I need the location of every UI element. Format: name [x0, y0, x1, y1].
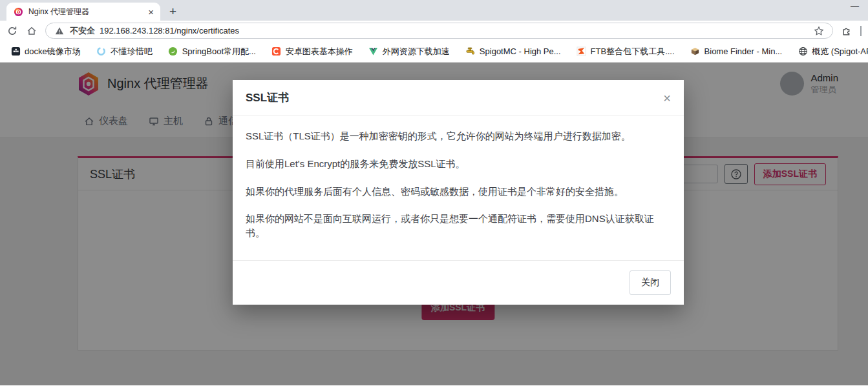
modal-close-button[interactable]: 关闭	[630, 270, 671, 295]
modal-body: SSL证书（TLS证书）是一种加密密钥的形式，它允许你的网站为终端用户进行数据加…	[233, 116, 684, 260]
bookmark-item[interactable]: FTB整合包下载工具....	[577, 46, 675, 57]
globe-icon	[798, 46, 808, 57]
bookmark-item[interactable]: 不懂珍惜吧	[96, 46, 153, 57]
home-icon[interactable]	[26, 25, 37, 37]
bookmark-item[interactable]: 概览 (Spigot-API 1.1...	[798, 46, 868, 57]
bookmark-star-icon[interactable]	[813, 25, 825, 37]
browser-tab[interactable]: Nginx 代理管理器 ×	[6, 3, 160, 21]
csdn-icon	[271, 46, 282, 57]
ssl-help-modal: SSL证书 × SSL证书（TLS证书）是一种加密密钥的形式，它允许你的网站为终…	[233, 80, 684, 305]
url-text[interactable]: 192.168.243.128:81/nginx/certificates	[100, 26, 809, 36]
spigot-icon	[465, 46, 476, 57]
reload-icon[interactable]	[6, 25, 18, 37]
modal-footer: 关闭	[233, 260, 684, 305]
not-secure-warning-icon[interactable]	[54, 25, 65, 37]
extensions-puzzle-icon[interactable]	[841, 25, 852, 37]
tab-bar: Nginx 代理管理器 × + —	[0, 0, 868, 21]
bookmark-item[interactable]: Biome Finder - Min...	[690, 46, 783, 57]
bookmark-label: 概览 (Spigot-API 1.1...	[812, 46, 868, 57]
bookmark-label: 外网资源下载加速	[383, 46, 450, 57]
modal-header: SSL证书 ×	[233, 80, 684, 116]
bookmark-label: SpringBoot常用配...	[182, 46, 256, 57]
ftb-flag-icon	[577, 46, 587, 57]
browser-toolbar: 不安全 192.168.243.128:81/nginx/certificate…	[0, 21, 868, 41]
vue-icon	[368, 46, 379, 57]
bookmark-label: 不懂珍惜吧	[111, 46, 153, 57]
modal-paragraph: SSL证书（TLS证书）是一种加密密钥的形式，它允许你的网站为终端用户进行数据加…	[246, 129, 671, 143]
bookmark-label: 安卓图表基本操作	[286, 46, 353, 57]
docker-icon	[10, 46, 21, 57]
bookmarks-bar: docke镜像市场 不懂珍惜吧 SpringBoot常用配... 安卓图表基本操…	[0, 41, 868, 63]
tab-favicon-npm-icon	[13, 6, 23, 17]
bookmark-item[interactable]: 安卓图表基本操作	[271, 46, 353, 57]
browser-window: Nginx 代理管理器 × + — 不安	[0, 0, 868, 386]
bookmark-item[interactable]: SpringBoot常用配...	[168, 46, 256, 57]
tab-close-icon[interactable]: ×	[148, 7, 154, 17]
bookmark-label: docke镜像市场	[25, 46, 81, 57]
address-bar[interactable]: 不安全 192.168.243.128:81/nginx/certificate…	[45, 23, 833, 39]
modal-paragraph: 如果你的代理服务后面有个人信息、密码或敏感数据，使用证书是个非常好的安全措施。	[246, 185, 671, 199]
modal-paragraph: 目前使用Let's Encrypt的服务来免费发放SSL证书。	[246, 157, 671, 171]
modal-paragraph: 如果你的网站不是面向互联网运行，或者你只是想要一个通配符证书，需要使用DNS认证…	[246, 212, 671, 240]
security-label: 不安全	[70, 25, 95, 37]
blue-ring-icon	[96, 46, 107, 57]
minecraft-block-icon	[690, 46, 701, 57]
bookmark-label: Biome Finder - Min...	[704, 46, 783, 56]
spring-icon	[168, 46, 178, 57]
bookmark-item[interactable]: docke镜像市场	[10, 46, 81, 57]
bookmark-label: SpigotMC - High Pe...	[480, 46, 561, 56]
bookmark-item[interactable]: SpigotMC - High Pe...	[465, 46, 561, 57]
close-icon[interactable]: ×	[663, 92, 671, 105]
profile-icon[interactable]	[860, 26, 862, 36]
bookmark-item[interactable]: 外网资源下载加速	[368, 46, 450, 57]
page-viewport: Nginx 代理管理器 Admin 管理员 仪表盘 主机	[0, 63, 868, 385]
new-tab-button[interactable]: +	[169, 5, 176, 17]
tab-title: Nginx 代理管理器	[28, 6, 143, 17]
bookmark-label: FTB整合包下载工具....	[591, 46, 675, 57]
window-minimize-button[interactable]: —	[851, 1, 859, 11]
modal-title: SSL证书	[246, 90, 289, 105]
